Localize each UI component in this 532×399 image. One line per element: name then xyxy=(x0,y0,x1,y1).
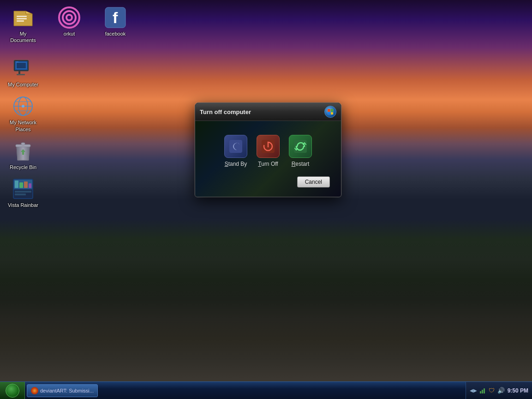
desktop-background xyxy=(0,0,532,399)
start-button[interactable] xyxy=(0,382,25,399)
desktop-icon-my-network-places-label: My Network Places xyxy=(6,119,40,133)
desktop-icon-orkut[interactable]: orkut xyxy=(51,5,88,46)
standby-label: Stand By xyxy=(225,161,247,167)
security-tray-icon[interactable]: 🛡 xyxy=(488,387,496,394)
svg-point-4 xyxy=(63,11,76,24)
taskbar-items: deviantART: Submissi... xyxy=(25,384,466,397)
svg-rect-28 xyxy=(19,182,23,188)
svg-rect-32 xyxy=(15,191,31,193)
taskbar-item-deviantart[interactable]: deviantART: Submissi... xyxy=(27,384,98,397)
cancel-button[interactable]: Cancel xyxy=(297,176,330,187)
volume-tray-icon[interactable]: 🔊 xyxy=(497,387,505,394)
turnoff-icon-button[interactable] xyxy=(257,135,280,158)
taskbar-item-label: deviantART: Submissi... xyxy=(40,388,94,393)
svg-rect-34 xyxy=(229,140,242,153)
taskbar-tray: ◀▶ 🛡 🔊 9:50 PM xyxy=(466,382,532,399)
svg-point-22 xyxy=(22,105,24,108)
dialog-windows-button[interactable] xyxy=(324,106,336,118)
desktop-icon-vista-rainbar-label: Vista Rainbar xyxy=(8,202,38,208)
turn-off-dialog: Turn off computer xyxy=(195,103,341,197)
desktop-icon-orkut-label: orkut xyxy=(64,30,75,37)
desktop-icon-vista-rainbar[interactable]: Vista Rainbar xyxy=(5,176,42,210)
show-desktop-icon[interactable]: ◀▶ xyxy=(470,387,477,394)
svg-rect-12 xyxy=(18,71,20,74)
desktop-icon-facebook[interactable]: f facebook xyxy=(97,5,134,46)
svg-rect-39 xyxy=(480,391,481,393)
standby-button-container[interactable]: Stand By xyxy=(224,135,247,167)
svg-rect-1 xyxy=(17,18,27,19)
dialog-title: Turn off computer xyxy=(200,109,251,115)
dialog-titlebar: Turn off computer xyxy=(195,103,341,121)
svg-rect-15 xyxy=(17,63,26,68)
svg-rect-30 xyxy=(29,183,31,188)
restart-label: Restart xyxy=(292,161,310,167)
svg-rect-27 xyxy=(15,181,18,188)
dialog-footer: Cancel xyxy=(204,176,332,187)
svg-rect-0 xyxy=(17,16,27,17)
svg-rect-2 xyxy=(17,20,24,22)
firefox-icon xyxy=(31,387,38,394)
windows-logo-icon xyxy=(327,108,334,115)
svg-rect-33 xyxy=(15,193,26,195)
desktop-icon-my-documents[interactable]: My Documents xyxy=(5,5,42,46)
standby-icon-button[interactable] xyxy=(224,135,247,158)
desktop-icon-my-network-places[interactable]: My Network Places xyxy=(5,93,42,134)
clock-display: 9:50 PM xyxy=(508,387,528,394)
start-orb-icon xyxy=(6,384,19,398)
desktop-icon-my-computer-label: My Computer xyxy=(8,81,38,88)
tray-icons: ◀▶ 🛡 🔊 xyxy=(470,387,505,394)
svg-text:f: f xyxy=(113,9,118,26)
network-tray-icon[interactable] xyxy=(479,387,486,394)
desktop-icon-my-documents-label: My Documents xyxy=(6,30,40,44)
svg-rect-13 xyxy=(17,74,25,75)
restart-icon-button[interactable] xyxy=(289,135,312,158)
svg-rect-29 xyxy=(24,181,28,188)
svg-rect-24 xyxy=(21,143,25,145)
taskbar: deviantART: Submissi... ◀▶ 🛡 🔊 9:50 PM xyxy=(0,381,532,399)
dialog-buttons-row: Stand By Turn Off xyxy=(204,135,332,167)
svg-point-5 xyxy=(66,15,72,20)
svg-rect-40 xyxy=(482,390,483,393)
desktop-icon-recycle-bin[interactable]: Recycle Bin xyxy=(5,138,42,172)
turnoff-button-container[interactable]: Turn Off xyxy=(257,135,280,167)
restart-button-container[interactable]: Restart xyxy=(289,135,312,167)
dialog-body: Stand By Turn Off xyxy=(195,121,341,197)
desktop-icon-recycle-bin-label: Recycle Bin xyxy=(10,164,36,170)
svg-rect-41 xyxy=(484,388,485,393)
turnoff-label: Turn Off xyxy=(258,161,278,167)
desktop-icon-facebook-label: facebook xyxy=(105,30,126,37)
desktop-icon-my-computer[interactable]: My Computer xyxy=(5,55,42,90)
